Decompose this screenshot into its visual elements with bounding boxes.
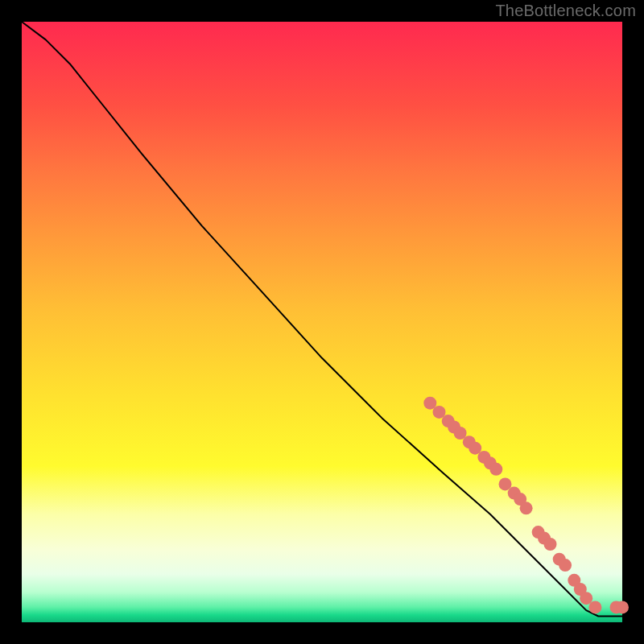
data-marker bbox=[559, 559, 572, 572]
chart-frame: TheBottleneck.com bbox=[0, 0, 644, 644]
data-marker bbox=[544, 538, 557, 551]
data-marker bbox=[616, 601, 629, 613]
data-marker bbox=[489, 463, 502, 476]
markers-group bbox=[423, 397, 629, 614]
bottleneck-curve bbox=[22, 22, 622, 617]
plot-area bbox=[22, 22, 622, 622]
data-marker bbox=[588, 601, 601, 613]
chart-svg bbox=[22, 22, 622, 622]
data-marker bbox=[520, 502, 533, 514]
attribution-text: TheBottleneck.com bbox=[495, 2, 636, 20]
